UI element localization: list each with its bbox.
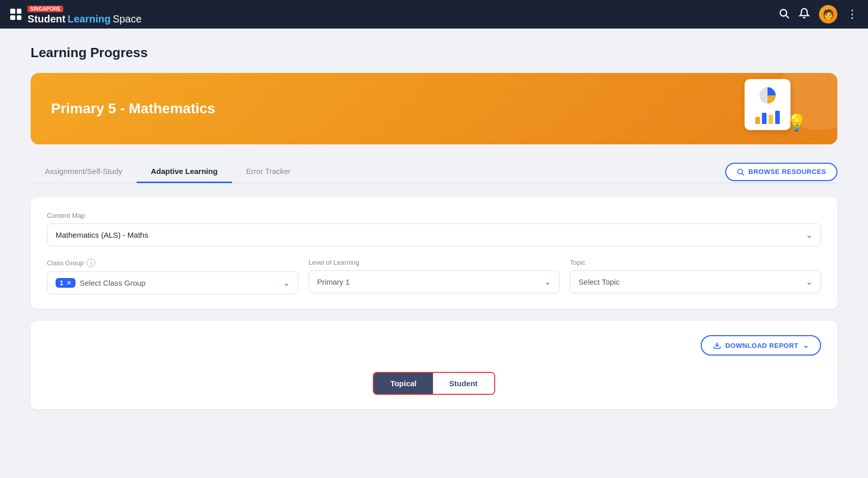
toggle-topical[interactable]: Topical [374,373,432,394]
tag-remove-icon[interactable]: ✕ [66,280,71,287]
pie-chart-illus [757,85,778,106]
class-group-tag: 1 ✕ [56,278,75,288]
svg-line-1 [786,15,788,18]
content-map-chevron: ⌄ [806,230,812,240]
three-col-filters: Class Group i 1 ✕ Select Class Group ⌄ [47,259,821,294]
grid-icon[interactable] [10,9,21,20]
class-group-chevron: ⌄ [283,278,290,288]
search-icon[interactable] [778,8,789,21]
topic-label: Topic [570,259,821,266]
tabs: Assignment/Self-Study Adaptive Learning … [31,161,305,183]
level-chevron: ⌄ [544,277,551,287]
report-card-illus [745,79,790,130]
tab-adaptive[interactable]: Adaptive Learning [137,161,232,183]
class-group-dropdown-left: 1 ✕ Select Class Group [56,278,283,288]
level-dropdown[interactable]: Primary 1 ⌄ [309,270,560,293]
class-group-info-icon[interactable]: i [87,259,95,267]
avatar[interactable]: 🧑 [819,5,837,23]
content-map-dropdown[interactable]: Mathematics (ALS) - Maths ⌄ [47,223,821,246]
brand-space: Space [113,13,142,25]
banner: Primary 5 - Mathematics � [31,73,837,144]
level-col: Level of Learning Primary 1 ⌄ [309,259,560,294]
tabs-row: Assignment/Self-Study Adaptive Learning … [31,161,837,183]
download-report-button[interactable]: DOWNLOAD REPORT ⌄ [701,335,821,356]
brand-student: Student [28,13,65,25]
bell-icon[interactable] [799,8,810,21]
level-label: Level of Learning [309,259,560,266]
navbar-left: SINGAPORE Student Learning Space [10,4,142,25]
class-group-col: Class Group i 1 ✕ Select Class Group ⌄ [47,259,298,294]
lower-section: DOWNLOAD REPORT ⌄ Topical Student [31,321,837,409]
class-group-label: Class Group [47,259,84,267]
banner-illustration: 💡 [745,79,807,130]
download-icon [713,341,721,349]
bar-chart-illus [755,109,780,124]
topic-col: Topic Select Topic ⌄ [570,259,821,294]
banner-subject: Primary 5 - Mathematics [51,100,215,117]
browse-resources-button[interactable]: BROWSE RESOURCES [725,163,837,181]
brand-learning: Learning [67,13,110,25]
filters-section: Content Map Mathematics (ALS) - Maths ⌄ … [31,197,837,309]
toggle-student[interactable]: Student [433,373,494,394]
tab-error[interactable]: Error Tracker [232,161,305,183]
browse-search-icon [736,168,745,176]
class-group-dropdown[interactable]: 1 ✕ Select Class Group ⌄ [47,271,298,294]
topic-dropdown[interactable]: Select Topic ⌄ [570,270,821,293]
topic-chevron: ⌄ [806,277,812,287]
navbar-right: 🧑 ⋮ [778,5,858,23]
logo-text: Student Learning Space [28,13,142,25]
navbar: SINGAPORE Student Learning Space 🧑 ⋮ [0,0,868,29]
download-chevron: ⌄ [803,341,809,349]
logo-wrap: SINGAPORE Student Learning Space [28,4,142,25]
page-title: Learning Progress [31,45,837,61]
more-icon[interactable]: ⋮ [847,8,858,21]
main-content: Learning Progress Primary 5 - Mathematic… [0,29,868,425]
toggle-tabs-wrap: Topical Student [47,372,821,395]
content-map-label: Content Map [47,212,821,219]
class-group-label-row: Class Group i [47,259,298,267]
tab-assignment[interactable]: Assignment/Self-Study [31,161,137,183]
svg-line-4 [742,173,744,175]
singapore-badge: SINGAPORE [28,6,63,12]
svg-point-3 [737,169,742,173]
toggle-tabs: Topical Student [373,372,495,395]
